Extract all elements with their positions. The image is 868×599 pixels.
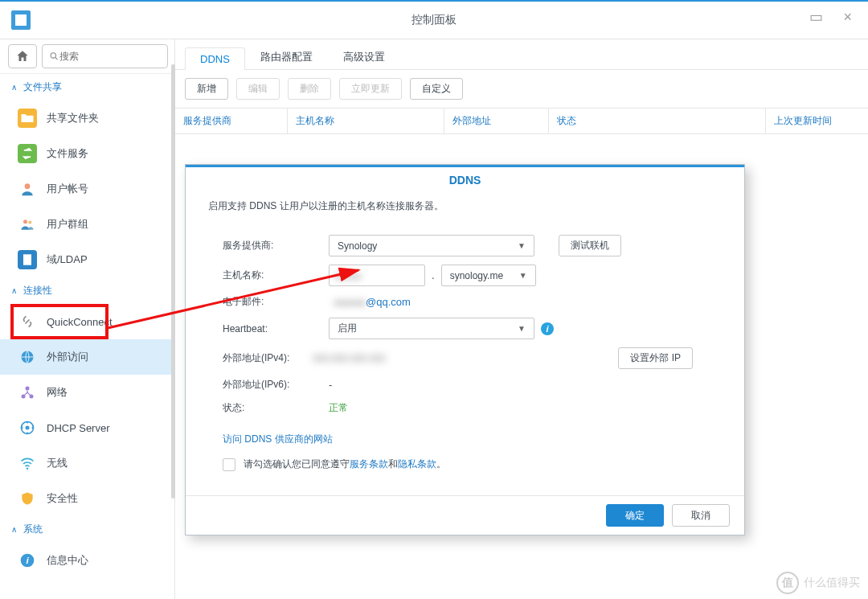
sidebar-item-user[interactable]: 用户帐号 bbox=[0, 171, 174, 207]
window-controls[interactable]: ▭ × bbox=[809, 8, 860, 26]
hostname-input[interactable]: aaaaa bbox=[329, 265, 425, 286]
home-button[interactable] bbox=[8, 44, 37, 68]
section-connectivity[interactable]: ∧ 连接性 bbox=[0, 277, 174, 304]
label-status: 状态: bbox=[208, 401, 329, 415]
sidebar-item-label: 外部访问 bbox=[47, 350, 88, 364]
shield-icon bbox=[19, 490, 35, 507]
col-hostname[interactable]: 主机名称 bbox=[288, 109, 444, 133]
edit-button[interactable]: 编辑 bbox=[236, 78, 280, 100]
ok-button[interactable]: 确定 bbox=[606, 504, 664, 527]
caret-down-icon: ▼ bbox=[519, 271, 527, 280]
home-icon bbox=[15, 49, 30, 64]
dialog-title: DDNS bbox=[186, 167, 744, 196]
wifi-icon bbox=[19, 455, 35, 471]
privacy-link[interactable]: 隐私条款 bbox=[398, 458, 436, 470]
svg-point-2 bbox=[25, 183, 31, 189]
exchange-icon bbox=[19, 146, 35, 162]
cancel-button[interactable]: 取消 bbox=[672, 504, 730, 527]
sidebar-item-label: 文件服务 bbox=[47, 146, 88, 161]
sidebar-item-group[interactable]: 用户群组 bbox=[0, 207, 174, 242]
dialog-desc: 启用支持 DDNS 让用户以注册的主机名称连接服务器。 bbox=[208, 196, 722, 231]
sidebar-item-domain[interactable]: 域/LDAP bbox=[0, 242, 174, 277]
status-value: 正常 bbox=[329, 401, 348, 415]
svg-point-16 bbox=[27, 467, 29, 470]
svg-point-15 bbox=[21, 427, 23, 429]
sidebar-item-label: QuickConnect bbox=[47, 316, 113, 328]
search-input[interactable] bbox=[59, 51, 161, 62]
tab-bar: DDNS 路由器配置 高级设置 bbox=[175, 43, 868, 70]
svg-line-1 bbox=[55, 58, 58, 60]
link-icon bbox=[19, 314, 35, 330]
book-icon bbox=[19, 252, 35, 268]
dot-separator: . bbox=[432, 269, 435, 281]
folder-icon bbox=[19, 110, 35, 126]
update-now-button[interactable]: 立即更新 bbox=[339, 78, 402, 100]
test-connect-button[interactable]: 测试联机 bbox=[559, 235, 621, 256]
tab-ddns[interactable]: DDNS bbox=[185, 47, 245, 70]
sidebar-item-label: 用户群组 bbox=[47, 217, 88, 232]
network-icon bbox=[19, 384, 35, 400]
sidebar-item-shared-folder[interactable]: 共享文件夹 bbox=[0, 101, 174, 136]
tab-router[interactable]: 路由器配置 bbox=[245, 44, 328, 69]
heartbeat-select[interactable]: 启用 ▼ bbox=[329, 318, 534, 339]
info-icon[interactable]: i bbox=[541, 322, 554, 335]
tos-link[interactable]: 服务条款 bbox=[350, 458, 388, 470]
table-header: 服务提供商 主机名称 外部地址 状态 上次更新时间 bbox=[175, 108, 868, 134]
group-icon bbox=[19, 216, 35, 232]
sidebar-item-info-center[interactable]: i 信息中心 bbox=[0, 543, 174, 578]
toolbar: 新增 编辑 删除 立即更新 自定义 bbox=[175, 70, 868, 108]
sidebar-item-label: 共享文件夹 bbox=[47, 111, 99, 125]
col-ext-addr[interactable]: 外部地址 bbox=[444, 109, 549, 133]
provider-select[interactable]: Synology ▼ bbox=[329, 235, 534, 256]
search-input-wrap[interactable] bbox=[42, 44, 168, 68]
sidebar-item-network[interactable]: 网络 bbox=[0, 375, 174, 410]
svg-point-3 bbox=[23, 219, 27, 224]
domain-suffix-select[interactable]: synology.me ▼ bbox=[441, 265, 536, 286]
label-hostname: 主机名称: bbox=[208, 269, 329, 282]
svg-point-4 bbox=[28, 220, 31, 224]
chevron-up-icon: ∧ bbox=[11, 83, 17, 92]
svg-rect-5 bbox=[23, 254, 31, 265]
sidebar-item-quickconnect[interactable]: QuickConnect bbox=[0, 304, 174, 339]
content-area: DDNS 路由器配置 高级设置 新增 编辑 删除 立即更新 自定义 服务提供商 … bbox=[175, 39, 868, 599]
col-last-update[interactable]: 上次更新时间 bbox=[766, 109, 868, 133]
sidebar: ∧ 文件共享 共享文件夹 文件服务 用户帐号 用户群组 域/LDAP ∧ 连接性 bbox=[0, 39, 175, 599]
sidebar-item-wireless[interactable]: 无线 bbox=[0, 445, 174, 481]
sidebar-item-label: 无线 bbox=[47, 456, 68, 470]
ddns-dialog: DDNS 启用支持 DDNS 让用户以注册的主机名称连接服务器。 服务提供商: … bbox=[185, 164, 745, 535]
sidebar-item-dhcp[interactable]: DHCP Server bbox=[0, 410, 174, 445]
label-email: 电子邮件: bbox=[208, 295, 329, 309]
label-ext-ipv4: 外部地址(IPv4): bbox=[208, 351, 308, 365]
agree-row: 请勾选确认您已同意遵守服务条款和隐私条款。 bbox=[208, 454, 722, 486]
sidebar-item-label: DHCP Server bbox=[47, 422, 110, 434]
title-bar: 控制面板 ▭ × bbox=[0, 2, 868, 39]
svg-point-14 bbox=[27, 432, 29, 434]
delete-button[interactable]: 删除 bbox=[288, 78, 331, 100]
svg-point-13 bbox=[31, 427, 33, 429]
chevron-up-icon: ∧ bbox=[11, 286, 17, 295]
agree-checkbox[interactable] bbox=[223, 458, 235, 471]
globe-icon bbox=[19, 349, 35, 365]
dhcp-icon bbox=[19, 420, 35, 436]
col-status[interactable]: 状态 bbox=[549, 109, 766, 133]
custom-button[interactable]: 自定义 bbox=[410, 78, 463, 100]
sidebar-item-label: 信息中心 bbox=[47, 553, 88, 568]
watermark: 值 什么值得买 bbox=[776, 572, 860, 594]
section-fileshare[interactable]: ∧ 文件共享 bbox=[0, 74, 174, 101]
section-system[interactable]: ∧ 系统 bbox=[0, 516, 174, 543]
sidebar-item-file-service[interactable]: 文件服务 bbox=[0, 136, 174, 171]
tab-advanced[interactable]: 高级设置 bbox=[328, 44, 400, 69]
chevron-up-icon: ∧ bbox=[11, 525, 17, 534]
email-value: aaaaaa@qq.com bbox=[329, 296, 411, 308]
sidebar-item-external-access[interactable]: 外部访问 bbox=[0, 339, 174, 375]
caret-down-icon: ▼ bbox=[518, 241, 526, 250]
sidebar-item-security[interactable]: 安全性 bbox=[0, 481, 174, 516]
set-external-ip-button[interactable]: 设置外部 IP bbox=[618, 347, 693, 369]
label-heartbeat: Heartbeat: bbox=[208, 323, 329, 334]
provider-website-link[interactable]: 访问 DDNS 供应商的网站 bbox=[208, 420, 722, 454]
sidebar-item-label: 域/LDAP bbox=[47, 252, 88, 267]
label-ext-ipv6: 外部地址(IPv6): bbox=[208, 378, 329, 392]
col-provider[interactable]: 服务提供商 bbox=[175, 109, 288, 133]
label-provider: 服务提供商: bbox=[208, 239, 329, 252]
add-button[interactable]: 新增 bbox=[185, 78, 228, 100]
